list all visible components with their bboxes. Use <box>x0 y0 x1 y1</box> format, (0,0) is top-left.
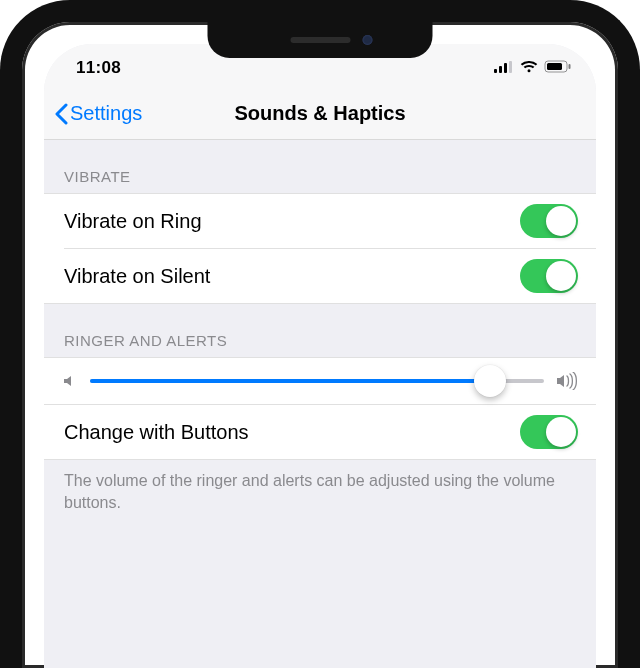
section-header-vibrate: VIBRATE <box>44 140 596 193</box>
toggle-vibrate-on-ring[interactable] <box>520 204 578 238</box>
row-label: Vibrate on Ring <box>64 210 202 233</box>
svg-rect-1 <box>499 66 502 73</box>
back-label: Settings <box>70 102 142 125</box>
svg-rect-2 <box>504 63 507 73</box>
speaker-loud-icon <box>556 372 578 390</box>
battery-icon <box>544 59 572 77</box>
cell-group-ringer: Change with Buttons <box>44 404 596 460</box>
chevron-left-icon <box>54 103 68 125</box>
notch <box>208 22 433 58</box>
cellular-icon <box>494 59 514 77</box>
toggle-vibrate-on-silent[interactable] <box>520 259 578 293</box>
page-title: Sounds & Haptics <box>234 102 405 125</box>
wifi-icon <box>520 59 538 77</box>
slider-thumb[interactable] <box>474 365 506 397</box>
row-change-with-buttons[interactable]: Change with Buttons <box>44 405 596 459</box>
front-camera <box>363 35 373 45</box>
back-button[interactable]: Settings <box>54 102 142 125</box>
svg-rect-6 <box>569 64 571 69</box>
svg-rect-5 <box>547 63 562 70</box>
section-header-ringer: RINGER AND ALERTS <box>44 304 596 357</box>
screen: 11:08 <box>44 44 596 668</box>
row-vibrate-on-silent[interactable]: Vibrate on Silent <box>64 248 596 303</box>
device-frame: 11:08 <box>0 0 640 668</box>
earpiece-speaker <box>290 37 350 43</box>
section-footer-ringer: The volume of the ringer and alerts can … <box>44 460 596 513</box>
status-icons <box>494 59 572 77</box>
toggle-change-with-buttons[interactable] <box>520 415 578 449</box>
row-label: Vibrate on Silent <box>64 265 210 288</box>
speaker-quiet-icon <box>62 373 78 389</box>
row-label: Change with Buttons <box>64 421 249 444</box>
cell-group-vibrate: Vibrate on Ring Vibrate on Silent <box>44 193 596 304</box>
row-ringer-volume <box>44 357 596 404</box>
status-time: 11:08 <box>76 58 121 78</box>
nav-bar: Settings Sounds & Haptics <box>44 88 596 140</box>
svg-rect-0 <box>494 69 497 73</box>
volume-slider[interactable] <box>90 379 544 383</box>
row-vibrate-on-ring[interactable]: Vibrate on Ring <box>44 194 596 248</box>
svg-rect-3 <box>509 61 512 73</box>
